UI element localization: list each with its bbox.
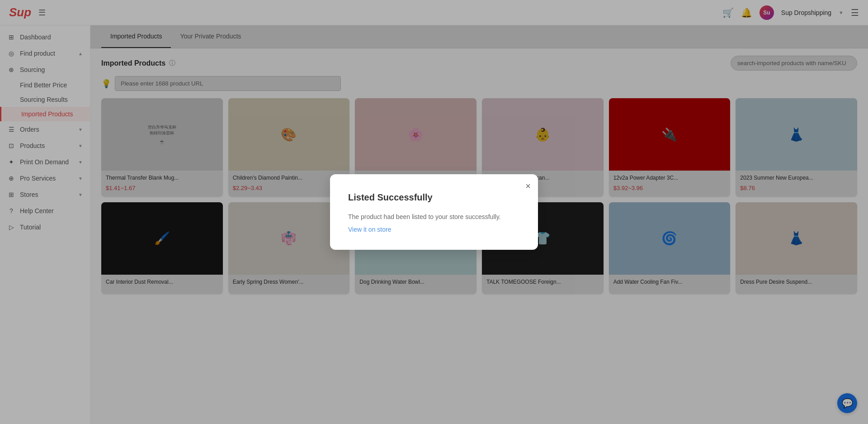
listed-successfully-modal: × Listed Successfully The product had be… — [330, 174, 538, 250]
view-on-store-link[interactable]: View it on store — [348, 226, 391, 233]
modal-message: The product had been listed to your stor… — [348, 212, 520, 222]
modal-title: Listed Successfully — [348, 192, 520, 203]
modal-overlay: × Listed Successfully The product had be… — [0, 0, 868, 424]
modal-close-button[interactable]: × — [525, 181, 531, 191]
